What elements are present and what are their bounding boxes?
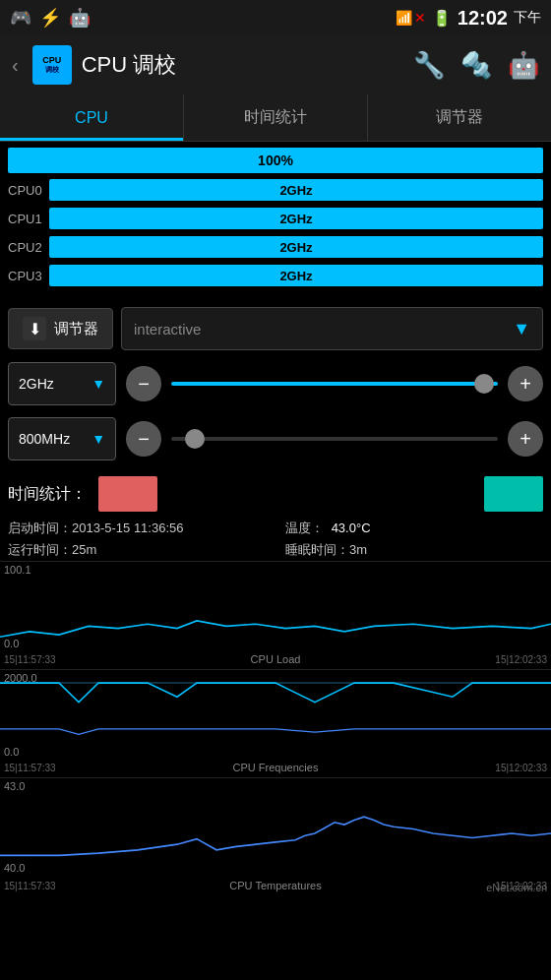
cpu-temp-time-left: 15|11:57:33 — [4, 881, 56, 891]
pink-block — [98, 476, 157, 512]
min-freq-dropdown[interactable]: 800MHz ▼ — [8, 417, 116, 460]
chevron-down-icon: ▼ — [513, 319, 530, 339]
run-time: 运行时间：25m — [8, 541, 266, 559]
min-freq-slider[interactable] — [171, 437, 498, 441]
person-icon[interactable]: 🤖 — [508, 50, 539, 81]
temperature-label: 温度： 43.0°C — [285, 520, 543, 537]
info-row-2: 运行时间：25m 睡眠时间：3m — [0, 539, 551, 561]
app-icon: CPU 调校 — [32, 45, 72, 85]
cpu-load-time-left: 15|11:57:33 — [4, 654, 56, 665]
min-freq-plus-button[interactable]: + — [508, 421, 543, 457]
cpu-load-y-min: 0.0 — [4, 638, 19, 649]
min-freq-control: 800MHz ▼ − + — [0, 411, 551, 466]
usb-icon: ⚡ — [39, 7, 61, 29]
cpu3-label: CPU3 — [8, 269, 49, 283]
cpu-load-chart: 100.1 0.0 15|11:57:33 CPU Load 15|12:02:… — [0, 561, 551, 669]
governor-button[interactable]: ⬇ 调节器 — [8, 308, 113, 349]
title-bar: ‹ CPU 调校 CPU 调校 🔧 🔩 🤖 — [0, 35, 551, 94]
android-icon: 🤖 — [69, 7, 91, 29]
sleep-time: 睡眠时间：3m — [285, 541, 543, 559]
help-icon[interactable]: 🔩 — [460, 50, 492, 81]
min-freq-minus-button[interactable]: − — [126, 421, 161, 457]
governor-section: ⬇ 调节器 interactive ▼ — [0, 301, 551, 356]
max-freq-dropdown[interactable]: 2GHz ▼ — [8, 362, 116, 405]
status-ampm: 下午 — [514, 9, 541, 27]
tab-time-stats[interactable]: 时间统计 — [184, 94, 368, 141]
max-freq-minus-button[interactable]: − — [126, 366, 161, 401]
cpu2-row: CPU2 2GHz — [8, 234, 543, 260]
max-freq-control: 2GHz ▼ − + — [0, 356, 551, 411]
back-button[interactable]: ‹ — [12, 54, 19, 77]
max-freq-plus-button[interactable]: + — [508, 366, 543, 401]
tools-icon[interactable]: 🔧 — [413, 50, 445, 81]
cpu1-label: CPU1 — [8, 212, 49, 226]
time-stats-header: 时间统计： — [0, 466, 551, 518]
watermark: eNet.com.cn — [486, 882, 547, 893]
chevron-down-icon: ▼ — [92, 431, 105, 447]
overall-cpu-bar: 100% — [8, 148, 543, 173]
cpu-load-time-right: 15|12:02:33 — [495, 654, 547, 665]
cpu-bars-section: 100% CPU0 2GHz CPU1 2GHz CPU2 2GHz CPU3 … — [0, 142, 551, 297]
cpu-freq-time-right: 15|12:02:33 — [495, 763, 547, 773]
governor-dropdown[interactable]: interactive ▼ — [121, 307, 543, 350]
cpu-temp-title: CPU Temperatures — [229, 880, 321, 891]
tab-cpu[interactable]: CPU — [0, 94, 184, 141]
tab-governor[interactable]: 调节器 — [368, 94, 551, 141]
app-icon-1: 🎮 — [10, 7, 31, 29]
signal-icon: 📶 — [396, 10, 412, 26]
cpu-freq-title: CPU Frequencies — [233, 762, 319, 773]
chevron-down-icon: ▼ — [92, 376, 105, 392]
page-title: CPU 调校 — [82, 50, 177, 80]
cpu0-row: CPU0 2GHz — [8, 177, 543, 203]
cpu2-label: CPU2 — [8, 240, 49, 255]
cpu-temp-chart: 43.0 40.0 15|11:57:33 CPU Temperatures 1… — [0, 777, 551, 895]
battery-icon: 🔋 — [432, 9, 452, 28]
start-time: 启动时间：2013-5-15 11:36:56 — [8, 520, 266, 537]
cpu2-bar: 2GHz — [49, 236, 543, 258]
cpu0-bar: 2GHz — [49, 179, 543, 201]
status-time: 12:02 — [458, 7, 508, 30]
cpu-freq-chart: 2000.0 0.0 15|11:57:33 CPU Frequencies 1… — [0, 669, 551, 777]
info-row-1: 启动时间：2013-5-15 11:36:56 温度： 43.0°C — [0, 518, 551, 539]
cpu0-label: CPU0 — [8, 183, 49, 198]
cpu-temp-y-min: 40.0 — [4, 862, 25, 874]
cpu-freq-time-left: 15|11:57:33 — [4, 763, 56, 773]
cyan-block — [484, 476, 543, 512]
no-signal-icon: ✕ — [414, 10, 426, 26]
main-content: 100% CPU0 2GHz CPU1 2GHz CPU2 2GHz CPU3 … — [0, 142, 551, 895]
cpu-freq-y-min: 0.0 — [4, 746, 19, 758]
status-bar: 🎮 ⚡ 🤖 📶 ✕ 🔋 12:02 下午 — [0, 0, 551, 35]
download-icon: ⬇ — [23, 317, 46, 340]
cpu-load-title: CPU Load — [251, 653, 301, 665]
cpu1-row: CPU1 2GHz — [8, 206, 543, 231]
cpu3-row: CPU3 2GHz — [8, 263, 543, 288]
cpu3-bar: 2GHz — [49, 265, 543, 286]
cpu1-bar: 2GHz — [49, 208, 543, 229]
tab-bar: CPU 时间统计 调节器 — [0, 94, 551, 142]
max-freq-slider[interactable] — [171, 382, 498, 386]
